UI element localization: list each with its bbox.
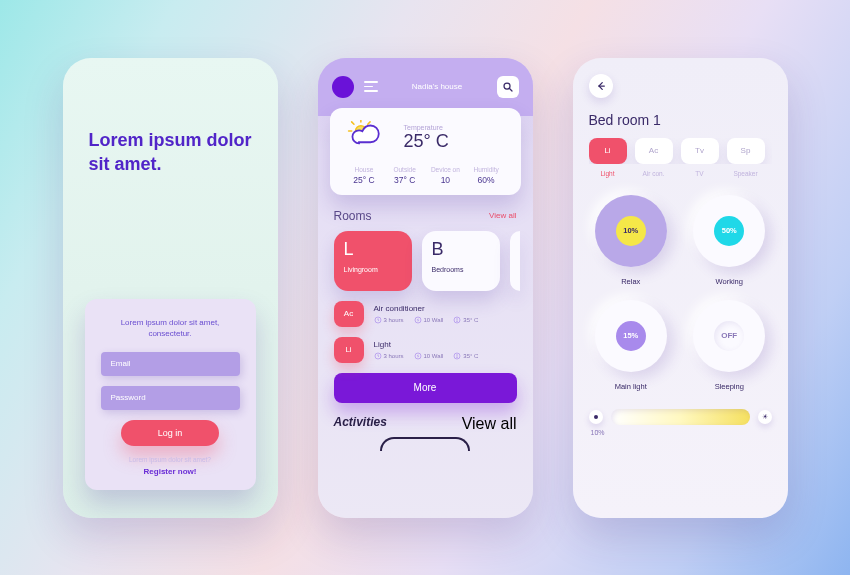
- tab-label: Air con.: [635, 170, 673, 177]
- device-chip: Li: [334, 337, 364, 363]
- dial-label: Relax: [589, 277, 674, 286]
- dials-grid: 10% Relax 50% Working 15% Main light OFF…: [589, 195, 772, 391]
- dial-value: 10%: [616, 216, 646, 246]
- tab-light[interactable]: Li: [589, 138, 627, 164]
- headline: Lorem ipsum dolor sit amet.: [89, 128, 252, 177]
- tab-speaker[interactable]: Sp: [727, 138, 765, 164]
- slider-value: 10%: [591, 429, 772, 436]
- tab-label: Speaker: [727, 170, 765, 177]
- stat-label: House: [344, 166, 385, 173]
- weather-stats-row: House25° C Outside37° C Device on10 Humi…: [344, 166, 507, 185]
- room-name: Bedrooms: [432, 266, 490, 273]
- arrow-left-icon: [596, 81, 606, 91]
- tab-label: Light: [589, 170, 627, 177]
- avatar[interactable]: [332, 76, 354, 98]
- bolt-icon: [414, 316, 422, 324]
- room-tile-peek[interactable]: [510, 231, 520, 291]
- device-stat: 35° C: [453, 352, 478, 360]
- activity-card-peek: [380, 437, 470, 451]
- rooms-viewall-link[interactable]: View all: [489, 211, 516, 220]
- device-tabs: Li Ac Tv Sp: [589, 138, 772, 164]
- tab-labels: Light Air con. TV Speaker: [589, 170, 772, 177]
- dial-value: 15%: [616, 321, 646, 351]
- device-stat: 10 Wall: [414, 352, 444, 360]
- device-stat: 10 Wall: [414, 316, 444, 324]
- dial-sleeping[interactable]: OFF Sleeping: [687, 300, 772, 391]
- temp-icon: [453, 316, 461, 324]
- slider-track[interactable]: [611, 409, 750, 425]
- brightness-slider[interactable]: ☀: [589, 409, 772, 425]
- room-title: Bed room 1: [589, 112, 772, 128]
- room-tile-bedrooms[interactable]: B Bedrooms: [422, 231, 500, 291]
- device-row[interactable]: Ac Air conditioner 3 hours 10 Wall 35° C: [334, 301, 517, 327]
- register-link[interactable]: Register now!: [101, 467, 240, 476]
- device-chip: Ac: [334, 301, 364, 327]
- bolt-icon: [414, 352, 422, 360]
- clock-icon: [374, 316, 382, 324]
- dial-label: Sleeping: [687, 382, 772, 391]
- search-icon: [502, 81, 514, 93]
- tab-tv[interactable]: Tv: [681, 138, 719, 164]
- login-card: Lorem ipsum dolor sit amet, consectetur.…: [85, 299, 256, 489]
- svg-line-1: [509, 88, 512, 91]
- dial-mainlight[interactable]: 15% Main light: [589, 300, 674, 391]
- login-button[interactable]: Log in: [121, 420, 218, 446]
- device-list: Ac Air conditioner 3 hours 10 Wall 35° C…: [318, 291, 533, 363]
- weather-card: Temperature 25° C House25° C Outside37° …: [330, 108, 521, 195]
- password-field[interactable]: Password: [101, 386, 240, 410]
- home-screen: Nadia's house Temperature 25° C: [318, 58, 533, 518]
- dial-value: OFF: [714, 321, 744, 351]
- room-letter: B: [432, 239, 490, 260]
- device-stat: 35° C: [453, 316, 478, 324]
- login-screen: Lorem ipsum dolor sit amet. Lorem ipsum …: [63, 58, 278, 518]
- search-button[interactable]: [497, 76, 519, 98]
- topbar: Nadia's house: [318, 58, 533, 116]
- svg-point-14: [457, 356, 458, 357]
- menu-icon[interactable]: [364, 81, 378, 92]
- svg-line-5: [351, 121, 353, 123]
- email-placeholder: Email: [111, 359, 131, 368]
- temp-value: 25° C: [404, 131, 449, 152]
- dial-label: Main light: [589, 382, 674, 391]
- back-button[interactable]: [589, 74, 613, 98]
- clock-icon: [374, 352, 382, 360]
- stat-value: 25° C: [344, 175, 385, 185]
- svg-line-6: [367, 121, 369, 123]
- activities-viewall-link[interactable]: View all: [462, 415, 517, 433]
- room-letter: L: [344, 239, 402, 260]
- activities-heading: Activities: [334, 415, 387, 433]
- login-hint: Lorem ipsum dolor sit amet?: [101, 456, 240, 463]
- rooms-list: L Livingroom B Bedrooms: [318, 231, 533, 291]
- device-row[interactable]: Li Light 3 hours 10 Wall 35° C: [334, 337, 517, 363]
- email-field[interactable]: Email: [101, 352, 240, 376]
- stat-value: 60%: [466, 175, 507, 185]
- login-subtitle: Lorem ipsum dolor sit amet, consectetur.: [101, 317, 240, 339]
- tab-aircon[interactable]: Ac: [635, 138, 673, 164]
- more-button[interactable]: More: [334, 373, 517, 403]
- weather-icon: [344, 120, 390, 156]
- room-tile-livingroom[interactable]: L Livingroom: [334, 231, 412, 291]
- moon-icon: [589, 410, 603, 424]
- svg-point-10: [457, 320, 458, 321]
- device-name: Light: [374, 340, 517, 349]
- stat-value: 10: [425, 175, 466, 185]
- sun-icon: ☀: [758, 410, 772, 424]
- room-detail-screen: Bed room 1 Li Ac Tv Sp Light Air con. TV…: [573, 58, 788, 518]
- dial-relax[interactable]: 10% Relax: [589, 195, 674, 286]
- room-name: Livingroom: [344, 266, 402, 273]
- stat-value: 37° C: [384, 175, 425, 185]
- stat-label: Humidity: [466, 166, 507, 173]
- temp-icon: [453, 352, 461, 360]
- dial-label: Working: [687, 277, 772, 286]
- dial-value: 50%: [714, 216, 744, 246]
- temp-label: Temperature: [404, 124, 449, 131]
- dial-working[interactable]: 50% Working: [687, 195, 772, 286]
- tab-label: TV: [681, 170, 719, 177]
- house-title: Nadia's house: [388, 82, 487, 91]
- rooms-heading: Rooms: [334, 209, 372, 223]
- device-name: Air conditioner: [374, 304, 517, 313]
- password-placeholder: Password: [111, 393, 146, 402]
- stat-label: Outside: [384, 166, 425, 173]
- stat-label: Device on: [425, 166, 466, 173]
- device-stat: 3 hours: [374, 316, 404, 324]
